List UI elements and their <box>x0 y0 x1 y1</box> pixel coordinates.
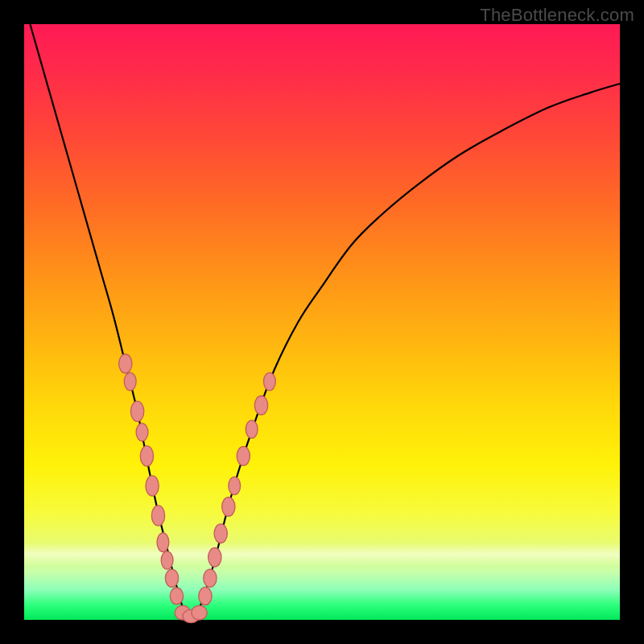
curve-marker <box>136 423 148 441</box>
curve-marker <box>208 547 221 567</box>
curve-marker <box>222 497 235 517</box>
curve-marker <box>146 476 159 496</box>
curve-marker <box>192 605 207 620</box>
watermark-text: TheBottleneck.com <box>480 5 634 26</box>
curve-marker <box>199 587 212 605</box>
curve-marker <box>140 446 153 466</box>
curve-marker <box>119 354 132 374</box>
curve-marker <box>124 373 136 390</box>
curve-marker <box>157 533 169 552</box>
curve-marker <box>165 569 178 587</box>
bottleneck-curve <box>30 24 620 617</box>
curve-marker <box>263 373 275 390</box>
curve-marker <box>246 420 258 438</box>
curve-marker <box>229 477 241 494</box>
curve-marker <box>237 447 250 466</box>
curve-marker <box>214 524 227 543</box>
curve-markers <box>119 354 276 623</box>
curve-marker <box>130 401 143 421</box>
curve-marker <box>170 588 183 605</box>
curve-marker <box>161 551 173 569</box>
chart-frame: TheBottleneck.com <box>0 0 644 644</box>
curve-marker <box>151 506 164 526</box>
plot-area <box>24 24 620 620</box>
curve-marker <box>254 396 267 415</box>
curve-marker <box>204 569 217 587</box>
curve-svg <box>24 24 620 620</box>
